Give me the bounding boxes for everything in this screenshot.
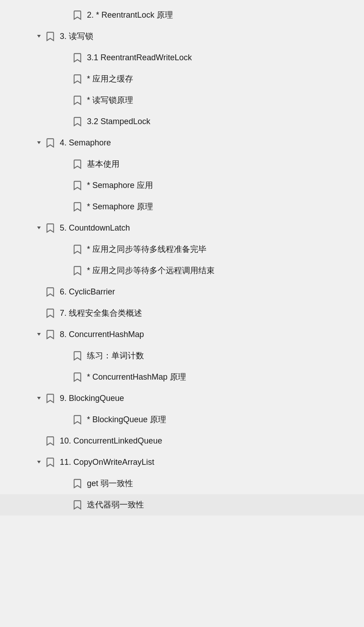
bookmark-icon (73, 117, 81, 127)
item-label: 6. CyclicBarrier (60, 286, 115, 298)
item-rwprinciple[interactable]: * 读写锁原理 (0, 90, 364, 111)
item-semaphoreprinciple[interactable]: * Semaphore 原理 (0, 196, 364, 217)
bookmark-icon (46, 330, 54, 340)
bookmark-icon (73, 500, 81, 510)
item-label: * 应用之缓存 (87, 73, 133, 85)
item-copyonwritearraylist[interactable]: 11. CopyOnWriteArrayList (0, 452, 364, 473)
item-label: * 应用之同步等待多个远程调用结束 (87, 265, 215, 277)
item-label: 8. ConcurrentHashMap (60, 328, 144, 341)
bookmark-icon (46, 32, 54, 42)
bookmark-icon (73, 351, 81, 361)
item-label: 9. BlockingQueue (60, 392, 124, 405)
svg-marker-0 (37, 35, 41, 38)
item-label: 3. 读写锁 (60, 30, 93, 43)
bookmark-icon (46, 436, 54, 446)
collapse-arrow-icon[interactable] (36, 459, 43, 466)
bookmark-icon (46, 309, 54, 318)
bookmark-icon (73, 202, 81, 212)
item-syncwait-multithread[interactable]: * 应用之同步等待多线程准备完毕 (0, 239, 364, 260)
item-basicuse[interactable]: 基本使用 (0, 154, 364, 175)
item-label: 10. ConcurrentLinkedQueue (60, 435, 162, 447)
item-label: get 弱一致性 (87, 477, 133, 490)
item-label: * 读写锁原理 (87, 94, 133, 106)
bookmark-icon (46, 287, 54, 297)
collapse-arrow-icon[interactable] (36, 395, 43, 402)
item-label: * ConcurrentHashMap 原理 (87, 371, 186, 383)
bookmark-icon (46, 138, 54, 148)
item-label: * Semaphore 原理 (87, 201, 153, 213)
item-label: * Semaphore 应用 (87, 179, 153, 192)
item-label: 迭代器弱一致性 (87, 499, 144, 511)
bookmark-icon (46, 223, 54, 233)
item-label: 3.1 ReentrantReadWriteLock (87, 52, 192, 64)
item-reentrantreadwritelock[interactable]: 3.1 ReentrantReadWriteLock (0, 47, 364, 68)
bookmark-icon (73, 96, 81, 106)
bookmark-icon (73, 479, 81, 489)
item-iterator-weak[interactable]: 迭代器弱一致性 (0, 494, 364, 516)
item-semaphore[interactable]: 4. Semaphore (0, 132, 364, 154)
item-label: 11. CopyOnWriteArrayList (60, 456, 154, 468)
bookmark-icon (73, 372, 81, 382)
item-get-weak[interactable]: get 弱一致性 (0, 473, 364, 494)
item-threadsafe[interactable]: 7. 线程安全集合类概述 (0, 303, 364, 324)
item-label: 4. Semaphore (60, 137, 111, 149)
bookmark-icon (73, 181, 81, 191)
item-reentrantlock[interactable]: 2. * ReentrantLock 原理 (0, 5, 364, 26)
svg-marker-2 (37, 227, 41, 229)
collapse-arrow-icon[interactable] (36, 225, 43, 232)
item-stampedlock[interactable]: 3.2 StampedLock (0, 111, 364, 132)
item-cyclicbarrier[interactable]: 6. CyclicBarrier (0, 281, 364, 303)
collapse-arrow-icon[interactable] (36, 331, 43, 338)
item-chm-principle[interactable]: * ConcurrentHashMap 原理 (0, 367, 364, 388)
bookmark-icon (73, 159, 81, 169)
bookmark-icon (73, 10, 81, 20)
item-wordcount[interactable]: 练习：单词计数 (0, 345, 364, 367)
bookmark-icon (73, 415, 81, 425)
tree-container: 2. * ReentrantLock 原理 3. 读写锁 3.1 Reentra… (0, 0, 364, 520)
collapse-arrow-icon[interactable] (36, 33, 43, 40)
item-concurrentlinkedqueue[interactable]: 10. ConcurrentLinkedQueue (0, 430, 364, 452)
svg-marker-1 (37, 141, 41, 144)
item-label: 3.2 StampedLock (87, 116, 150, 128)
bookmark-icon (73, 245, 81, 255)
item-label: * 应用之同步等待多线程准备完毕 (87, 243, 206, 256)
item-label: 练习：单词计数 (87, 350, 144, 362)
collapse-arrow-icon[interactable] (36, 140, 43, 147)
svg-marker-4 (37, 397, 41, 400)
bookmark-icon (73, 53, 81, 63)
item-readwrite[interactable]: 3. 读写锁 (0, 26, 364, 47)
item-label: 7. 线程安全集合类概述 (60, 307, 142, 319)
item-semaphoreapp[interactable]: * Semaphore 应用 (0, 175, 364, 196)
item-label: 基本使用 (87, 158, 120, 170)
item-label: 5. CountdownLatch (60, 222, 130, 234)
item-label: 2. * ReentrantLock 原理 (87, 9, 173, 21)
svg-marker-3 (37, 333, 41, 336)
bookmark-icon (73, 74, 81, 84)
item-bq-principle[interactable]: * BlockingQueue 原理 (0, 409, 364, 430)
item-concurrenthashmap[interactable]: 8. ConcurrentHashMap (0, 324, 364, 345)
item-cache[interactable]: * 应用之缓存 (0, 68, 364, 90)
item-blockingqueue[interactable]: 9. BlockingQueue (0, 388, 364, 409)
bookmark-icon (46, 394, 54, 404)
item-label: * BlockingQueue 原理 (87, 414, 166, 426)
bookmark-icon (46, 458, 54, 468)
svg-marker-5 (37, 461, 41, 463)
bookmark-icon (73, 266, 81, 276)
item-syncwait-remote[interactable]: * 应用之同步等待多个远程调用结束 (0, 260, 364, 281)
item-countdownlatch[interactable]: 5. CountdownLatch (0, 217, 364, 239)
